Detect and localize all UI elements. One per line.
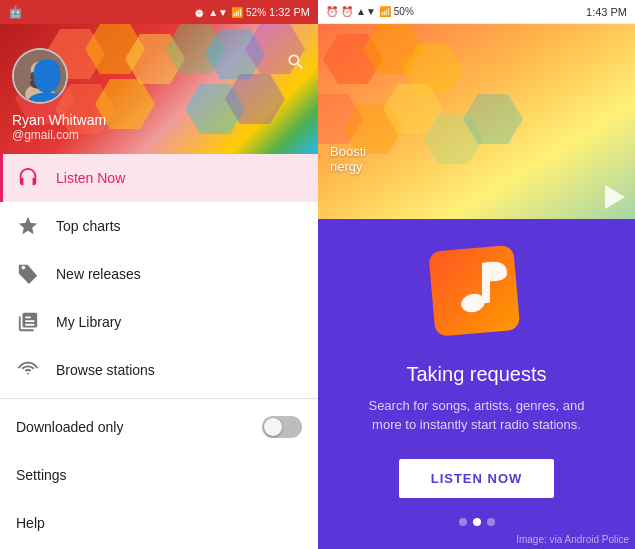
alarm2-icon: ⏰: [326, 6, 338, 17]
header-search-icon[interactable]: [286, 52, 306, 77]
wifi2-icon: ▲▼: [356, 6, 376, 17]
partial-text-1: Boosti: [330, 144, 366, 159]
right-status-icons: ⏰ ⏰ ▲▼ 📶 50%: [326, 6, 414, 17]
nav-item-my-library[interactable]: My Library: [0, 298, 318, 346]
onboarding-title: Taking requests: [406, 363, 546, 386]
partial-content-area: Boosti nergy: [318, 24, 635, 219]
nav-item-listen-now[interactable]: Listen Now: [0, 154, 318, 202]
nav-item-top-charts[interactable]: Top charts: [0, 202, 318, 250]
nav-item-new-releases[interactable]: New releases: [0, 250, 318, 298]
pagination-dots: [459, 518, 495, 526]
browse-stations-label: Browse stations: [56, 362, 155, 378]
alarm-icon: ⏰: [193, 7, 205, 18]
downloaded-only-switch[interactable]: [262, 416, 302, 438]
android-icon: 🤖: [8, 5, 23, 19]
new-releases-label: New releases: [56, 266, 141, 282]
star-icon: [16, 214, 40, 238]
onboarding-description: Search for songs, artists, genres, and m…: [367, 396, 587, 435]
radio-icon: [16, 358, 40, 382]
dot-2: [473, 518, 481, 526]
left-status-icons: 🤖: [8, 5, 23, 19]
alarm3-icon: ⏰: [341, 6, 353, 17]
music-note-svg: [427, 243, 527, 343]
dot-3: [487, 518, 495, 526]
help-item[interactable]: Help: [0, 499, 318, 547]
user-email: @gmail.com: [12, 128, 306, 142]
svg-point-11: [14, 50, 66, 102]
user-avatar: [12, 48, 68, 104]
listen-now-button[interactable]: LISTEN NOW: [399, 459, 555, 498]
left-battery: 52%: [246, 7, 266, 18]
partial-text-overlay: Boosti nergy: [330, 144, 366, 174]
settings-item[interactable]: Settings: [0, 451, 318, 499]
label-icon: [16, 262, 40, 286]
nav-divider: [0, 398, 318, 399]
my-library-label: My Library: [56, 314, 121, 330]
drawer-header: Ryan Whitwam @gmail.com: [0, 24, 318, 154]
downloaded-only-toggle-item[interactable]: Downloaded only: [0, 403, 318, 451]
library-icon: [16, 310, 40, 334]
wifi-icon: ▲▼: [208, 7, 228, 18]
left-status-right: ⏰ ▲▼ 📶 52% 1:32 PM: [193, 6, 310, 18]
svg-rect-25: [428, 244, 520, 336]
music-note-container: [427, 243, 527, 343]
svg-point-15: [30, 78, 50, 89]
partial-bg-svg: [318, 24, 635, 219]
partial-text-2: nergy: [330, 159, 366, 174]
svg-rect-14: [31, 72, 50, 79]
status-bar-right: ⏰ ⏰ ▲▼ 📶 50% 1:43 PM: [318, 0, 635, 24]
right-battery: 50%: [394, 6, 414, 17]
signal-icon: 📶: [231, 7, 243, 18]
nav-item-browse-stations[interactable]: Browse stations: [0, 346, 318, 394]
left-panel: 🤖 ⏰ ▲▼ 📶 52% 1:32 PM: [0, 0, 318, 549]
svg-point-13: [25, 83, 55, 102]
top-charts-label: Top charts: [56, 218, 121, 234]
dot-1: [459, 518, 467, 526]
listen-now-label: Listen Now: [56, 170, 125, 186]
right-panel: ⏰ ⏰ ▲▼ 📶 50% 1:43 PM: [318, 0, 635, 549]
status-bar-left: 🤖 ⏰ ▲▼ 📶 52% 1:32 PM: [0, 0, 318, 24]
play-button-icon: [605, 185, 625, 209]
user-name: Ryan Whitwam: [12, 112, 306, 128]
nav-items: Listen Now Top charts New releases: [0, 154, 318, 549]
right-time: 1:43 PM: [586, 6, 627, 18]
avatar-image: [14, 50, 66, 102]
help-label: Help: [16, 515, 45, 531]
settings-label: Settings: [16, 467, 67, 483]
onboarding-panel: Taking requests Search for songs, artist…: [318, 219, 635, 549]
left-time: 1:32 PM: [269, 6, 310, 18]
image-credit: Image: via Android Police: [516, 534, 629, 545]
svg-point-12: [31, 61, 50, 80]
headphones-icon: [16, 166, 40, 190]
downloaded-only-label: Downloaded only: [16, 419, 123, 435]
signal2-icon: 📶: [379, 6, 391, 17]
